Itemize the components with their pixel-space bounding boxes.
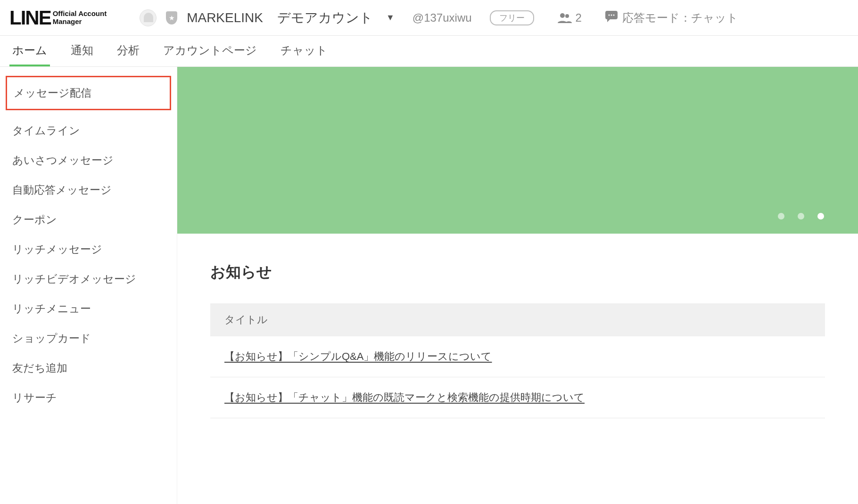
news-title: お知らせ <box>210 262 825 283</box>
account-sub[interactable]: デモアカウント <box>277 9 373 27</box>
sidebar: メッセージ配信 タイムライン あいさつメッセージ 自動応答メッセージ クーポン … <box>0 67 177 504</box>
svg-point-4 <box>613 14 614 16</box>
account-id: @137uxiwu <box>412 11 472 24</box>
avatar[interactable] <box>140 9 157 26</box>
news-link[interactable]: 【お知らせ】「シンプルQ&A」機能のリリースについて <box>224 350 492 362</box>
sidebar-item-auto-reply[interactable]: 自動応答メッセージ <box>0 175 177 205</box>
verified-shield-icon: ★ <box>166 11 177 24</box>
tab-chat[interactable]: チャット <box>278 36 330 66</box>
news-row[interactable]: 【お知らせ】「チャット」機能の既読マークと検索機能の提供時期について <box>210 377 825 418</box>
sidebar-item-rich-video[interactable]: リッチビデオメッセージ <box>0 264 177 294</box>
sidebar-item-timeline[interactable]: タイムライン <box>0 116 177 146</box>
tab-home[interactable]: ホーム <box>9 36 50 66</box>
banner-pagination <box>778 213 824 219</box>
sidebar-item-coupon[interactable]: クーポン <box>0 205 177 235</box>
banner-dot-3[interactable] <box>817 213 824 219</box>
svg-point-1 <box>565 14 569 18</box>
news-link[interactable]: 【お知らせ】「チャット」機能の既読マークと検索機能の提供時期について <box>224 391 585 403</box>
logo-primary: LINE <box>9 7 51 29</box>
chevron-down-icon[interactable]: ▼ <box>386 13 395 23</box>
banner[interactable] <box>177 67 858 234</box>
svg-point-0 <box>560 13 565 18</box>
plan-badge: フリー <box>490 10 534 25</box>
news-column-header: タイトル <box>210 303 825 336</box>
sidebar-item-research[interactable]: リサーチ <box>0 383 177 413</box>
logo-secondary: Official Account Manager <box>53 10 107 25</box>
tab-account-page[interactable]: アカウントページ <box>160 36 260 66</box>
sidebar-item-shop-card[interactable]: ショップカード <box>0 324 177 353</box>
news-row[interactable]: 【お知らせ】「シンプルQ&A」機能のリリースについて <box>210 336 825 377</box>
chat-bubble-icon <box>605 11 618 25</box>
logo[interactable]: LINE Official Account Manager <box>9 7 107 29</box>
reply-mode-label: 応答モード：チャット <box>622 10 738 25</box>
news-section: お知らせ タイトル 【お知らせ】「シンプルQ&A」機能のリリースについて 【お知… <box>177 234 858 418</box>
reply-mode[interactable]: 応答モード：チャット <box>605 10 738 25</box>
friends-icon <box>558 13 572 23</box>
svg-point-3 <box>610 14 612 16</box>
sidebar-item-add-friends[interactable]: 友だち追加 <box>0 353 177 383</box>
sidebar-item-rich-message[interactable]: リッチメッセージ <box>0 235 177 264</box>
sidebar-item-rich-menu[interactable]: リッチメニュー <box>0 294 177 324</box>
sidebar-item-broadcast[interactable]: メッセージ配信 <box>6 76 171 110</box>
banner-dot-2[interactable] <box>798 213 804 219</box>
sidebar-item-greeting[interactable]: あいさつメッセージ <box>0 146 177 175</box>
tab-notice[interactable]: 通知 <box>68 36 96 66</box>
banner-dot-1[interactable] <box>778 213 784 219</box>
account-name[interactable]: MARKELINK <box>187 10 263 25</box>
svg-point-2 <box>608 14 610 16</box>
body: メッセージ配信 タイムライン あいさつメッセージ 自動応答メッセージ クーポン … <box>0 67 858 504</box>
friend-count-value: 2 <box>576 11 582 24</box>
main-content: お知らせ タイトル 【お知らせ】「シンプルQ&A」機能のリリースについて 【お知… <box>177 67 858 504</box>
top-header: LINE Official Account Manager ★ MARKELIN… <box>0 0 858 36</box>
friend-count[interactable]: 2 <box>558 11 582 24</box>
main-tabs: ホーム 通知 分析 アカウントページ チャット <box>0 36 858 67</box>
tab-analytics[interactable]: 分析 <box>114 36 142 66</box>
